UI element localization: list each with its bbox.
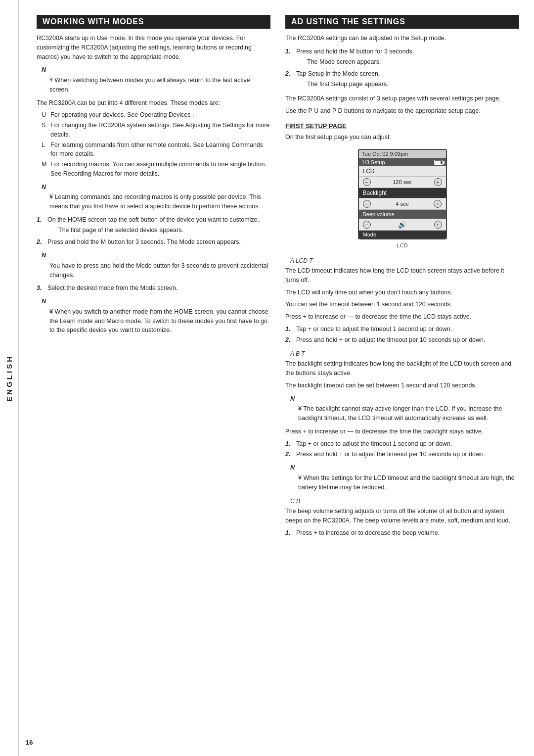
note-1-text: ¥ When switching between modes you will …	[49, 76, 270, 94]
backlight-desc1: The backlight setting indicates how long…	[285, 359, 519, 378]
mode-desc-m: For recording macros. You can assign mul…	[50, 160, 270, 179]
mode-key-l: L	[42, 141, 48, 159]
lcd-beep-value-row: − 🔊 +	[359, 219, 446, 231]
backlight-note2-title: N	[290, 463, 519, 472]
note-2-title: N	[42, 183, 270, 192]
lcd-step-1-num: 1.	[285, 325, 293, 334]
steps-1-2: 1. On the HOME screen tap the soft butto…	[37, 215, 270, 247]
lcd-top-bar: Tue Oct 02 9:09pm	[359, 150, 446, 158]
lcd-caption: LCD	[285, 242, 519, 248]
mode-row-l: L For learning commands from other remot…	[42, 141, 270, 159]
main-content: WORKING WITH MODES RC3200A starts up in …	[37, 15, 519, 540]
side-label-text: ENGLISH	[5, 355, 13, 402]
setup-info1: The RC3200A settings consist of 3 setup …	[285, 94, 519, 103]
setup-step-2-num: 2.	[285, 69, 293, 90]
right-column: AD USTING THE SETTINGS The RC3200A setti…	[285, 15, 519, 540]
lcd-step-1: 1. Tap + or once to adjust the timeout 1…	[285, 325, 519, 334]
note-3-title: N	[42, 251, 270, 260]
note-2-text: ¥ Learning commands and recording macros…	[49, 192, 270, 211]
lcd-plus-btn[interactable]: +	[434, 178, 442, 186]
backlight-desc2: The backlight timeout can be set between…	[285, 381, 519, 390]
setup-step-2: 2. Tap Setup in the Mode screen. The fir…	[285, 69, 519, 90]
left-intro: RC3200A starts up in Use mode. In this m…	[37, 34, 270, 61]
modes-list: U For operating your devices. See Operat…	[42, 110, 270, 178]
lcd-step-1-text: Tap + or once to adjust the timeout 1 se…	[296, 325, 452, 334]
lcd-mode-bar: Mode	[359, 231, 446, 238]
setup-info2: Use the P U and P D buttons to navigate …	[285, 106, 519, 116]
note-1-title: N	[42, 65, 270, 75]
page-number: 16	[26, 739, 33, 746]
lcd-step-2-num: 2.	[285, 335, 293, 345]
setup-step-1-num: 1.	[285, 47, 293, 68]
lcd-mockup-wrap: Tue Oct 02 9:09pm 1/3 Setup LCD	[285, 149, 519, 239]
backlight-desc3: Press + to increase or — to decrease the…	[285, 427, 519, 436]
step-3-num: 3.	[37, 284, 44, 293]
backlight-steps: 1. Tap + or once to adjust the timeout 1…	[285, 439, 519, 460]
lcd-beep-icon: 🔊	[398, 221, 406, 229]
beep-step-num: 1.	[285, 528, 293, 538]
lcd-backlight-label-row: Backlight	[359, 188, 446, 198]
first-setup-intro: On the first setup page you can adjust:	[285, 133, 519, 142]
mode-key-m: M	[42, 160, 48, 179]
backlight-note2-text: ¥ When the settings for the LCD timeout …	[298, 473, 519, 492]
backlight-note-2: N ¥ When the settings for the LCD timeou…	[290, 463, 519, 492]
lcd-page-info: 1/3 Setup	[362, 159, 385, 165]
lcd-value-row: − 120 sec +	[359, 177, 446, 188]
setup-step-1: 1. Press and hold the M button for 3 sec…	[285, 47, 519, 68]
lcd-backlight-label: Backlight	[363, 189, 387, 196]
mode-desc-l: For learning commands from other remote …	[50, 141, 270, 159]
beep-desc: The beep volume setting adjusts or turns…	[285, 507, 519, 525]
side-label: ENGLISH	[0, 0, 19, 756]
mode-key-u: U	[42, 110, 48, 120]
step-3-body: Select the desired mode from the Mode sc…	[47, 284, 270, 293]
lcd-timeout-label: A LCD T	[290, 256, 519, 265]
lcd-date: Tue Oct 02 9:09pm	[362, 151, 408, 157]
step-2-num: 2.	[37, 237, 44, 247]
lcd-backlight-plus-btn[interactable]: +	[434, 200, 442, 208]
lcd-setup-bar: 1/3 Setup	[359, 158, 446, 166]
note-2: N ¥ Learning commands and recording macr…	[42, 183, 270, 211]
step-1-num: 1.	[37, 215, 44, 236]
lcd-timeout-desc3: You can set the timeout between 1 second…	[285, 300, 519, 309]
lcd-lcd-label: LCD	[363, 168, 375, 175]
right-section-header: AD USTING THE SETTINGS	[285, 15, 519, 29]
lcd-backlight-value-row: − 4 sec +	[359, 198, 446, 210]
backlight-step-2: 2. Press and hold + or to adjust the tim…	[285, 450, 519, 459]
mode-row-m: M For recording macros. You can assign m…	[42, 160, 270, 179]
left-column: WORKING WITH MODES RC3200A starts up in …	[37, 15, 270, 540]
setup-step-2-sub: The first Setup page appears.	[307, 80, 519, 89]
lcd-beep-label: Beep volume	[363, 211, 395, 217]
lcd-beep-plus-btn[interactable]: +	[434, 221, 442, 229]
first-setup-title: FIRST SETUP PAGE	[285, 122, 519, 130]
beep-step-1: 1. Press + to increase or to decrease th…	[285, 528, 519, 538]
setup-steps: 1. Press and hold the M button for 3 sec…	[285, 47, 519, 90]
step-1-body: On the HOME screen tap the soft button o…	[47, 215, 270, 236]
setup-step-2-body: Tap Setup in the Mode screen. The first …	[296, 69, 519, 90]
backlight-step-2-text: Press and hold + or to adjust the timeou…	[296, 450, 486, 459]
backlight-step-1-text: Tap + or once to adjust the timeout 1 se…	[296, 439, 452, 449]
lcd-timeout-desc4: Press + to increase or — to decrease the…	[285, 312, 519, 322]
setup-step-1-body: Press and hold the M button for 3 second…	[296, 47, 519, 68]
step-1-sub: The first page of the selected device ap…	[58, 226, 270, 235]
lcd-minus-btn[interactable]: −	[363, 178, 371, 186]
lcd-backlight-minus-btn[interactable]: −	[363, 200, 371, 208]
left-section-header: WORKING WITH MODES	[37, 15, 270, 29]
backlight-step-2-num: 2.	[285, 450, 293, 459]
note-4-title: N	[42, 297, 270, 306]
step-3: 3. Select the desired mode from the Mode…	[37, 284, 270, 293]
mode-key-s: S	[42, 121, 48, 140]
mode-row-s: S For changing the RC3200A system settin…	[42, 121, 270, 140]
lcd-value: 120 sec	[393, 179, 412, 185]
lcd-beep-minus-btn[interactable]: −	[363, 221, 371, 229]
note-3-text: You have to press and hold the Mode butt…	[49, 261, 270, 280]
mode-row-u: U For operating your devices. See Operat…	[42, 110, 270, 120]
backlight-note: N ¥ The backlight cannot stay active lon…	[290, 394, 519, 423]
lcd-beep-label-row: Beep volume	[359, 210, 446, 219]
lcd-timeout-steps: 1. Tap + or once to adjust the timeout 1…	[285, 325, 519, 345]
right-intro: The RC3200A settings can be adjusted in …	[285, 34, 519, 43]
lcd-mode-label: Mode	[363, 232, 377, 237]
lcd-battery-inner	[435, 161, 441, 164]
step-1: 1. On the HOME screen tap the soft butto…	[37, 215, 270, 236]
beep-step-text: Press + to increase or to decrease the b…	[296, 528, 440, 538]
note-1: N ¥ When switching between modes you wil…	[42, 65, 270, 94]
